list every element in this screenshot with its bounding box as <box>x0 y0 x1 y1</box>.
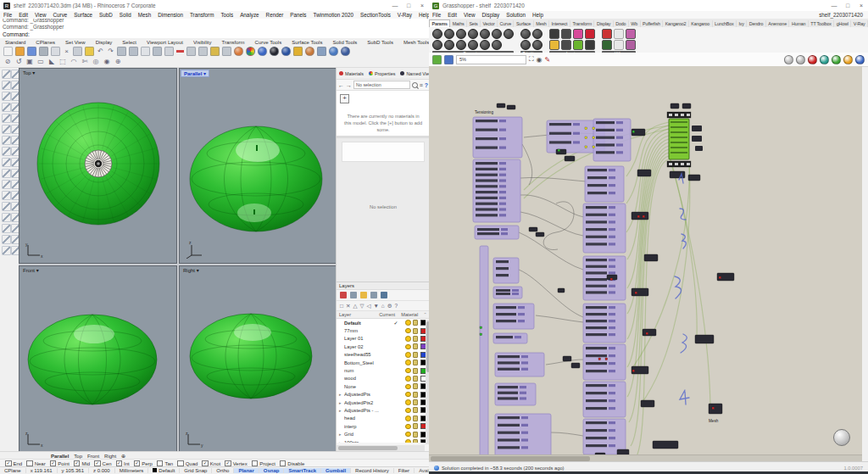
state-dot[interactable] <box>643 215 645 218</box>
toolbar-icon[interactable] <box>317 47 326 56</box>
toolbar-tab[interactable]: Select <box>117 39 142 46</box>
component[interactable] <box>596 137 615 139</box>
panel-tab-properties[interactable]: Properties <box>366 71 398 76</box>
gh-tab-lunchbox[interactable]: LunchBox <box>713 20 737 27</box>
layer-row[interactable]: steelhead55 <box>337 351 430 359</box>
component-icon[interactable] <box>602 29 612 39</box>
component[interactable] <box>586 228 607 231</box>
component[interactable] <box>586 399 607 402</box>
component[interactable] <box>499 120 506 122</box>
component[interactable] <box>496 274 509 276</box>
save-file-icon[interactable] <box>444 55 453 64</box>
component[interactable] <box>609 362 615 365</box>
layers-tool-icon[interactable]: △ <box>353 303 357 309</box>
layer-lock-icon[interactable] <box>413 343 419 349</box>
layer-visibility-bulb-icon[interactable] <box>405 392 411 398</box>
component[interactable] <box>499 129 506 131</box>
wire[interactable] <box>520 195 585 217</box>
component[interactable] <box>586 429 607 432</box>
panel-tab-materials[interactable]: Materials <box>337 71 366 76</box>
gh-tab-ghowl[interactable]: gHowl <box>834 20 851 27</box>
menu-item[interactable]: Help <box>529 11 547 19</box>
layer-row[interactable]: 77mm <box>337 326 430 334</box>
state-dot[interactable] <box>598 358 601 360</box>
state-dot[interactable] <box>480 326 482 329</box>
display-toggle-icon[interactable] <box>784 55 793 64</box>
toolbar-icon[interactable]: ✄ <box>81 58 89 66</box>
component[interactable] <box>586 285 607 287</box>
component-icon[interactable] <box>492 40 502 50</box>
state-dot[interactable] <box>585 127 587 130</box>
toolbar-icon[interactable] <box>246 47 255 56</box>
component-icon[interactable] <box>549 29 559 39</box>
toolbar-icon[interactable]: ⊘ <box>3 58 12 66</box>
menu-item[interactable]: Tools <box>217 11 236 19</box>
layer-visibility-bulb-icon[interactable] <box>405 336 411 342</box>
component[interactable] <box>549 141 571 143</box>
list-row[interactable] <box>670 131 687 133</box>
state-dot[interactable] <box>593 146 595 148</box>
component-icon[interactable] <box>561 29 571 39</box>
tool-icon[interactable] <box>2 224 11 233</box>
component-icon[interactable] <box>504 29 514 39</box>
layer-current-check[interactable]: ✓ <box>387 320 405 326</box>
component[interactable] <box>586 236 607 238</box>
gh-canvas[interactable]: TensioningMesh <box>429 66 862 454</box>
layer-row[interactable]: ▸Grid <box>337 430 430 438</box>
component[interactable] <box>498 446 520 449</box>
component[interactable] <box>586 421 607 424</box>
menu-item[interactable]: Solid <box>116 11 135 19</box>
layer-row[interactable]: ▸100pts <box>337 438 430 443</box>
forward-arrow-icon[interactable]: → <box>346 82 352 88</box>
component[interactable] <box>498 432 520 434</box>
component[interactable] <box>499 208 506 210</box>
component[interactable] <box>616 151 623 153</box>
component[interactable] <box>670 103 679 109</box>
maximize-button[interactable]: □ <box>402 0 415 11</box>
list-row[interactable] <box>670 126 687 128</box>
gh-tab-pufferfish[interactable]: Pufferfish <box>641 20 664 27</box>
search-icon[interactable] <box>412 82 418 88</box>
component-icon[interactable] <box>614 29 624 39</box>
focus-icon[interactable]: ⛶ <box>529 55 534 64</box>
component[interactable] <box>498 392 518 394</box>
gh-tab-surface[interactable]: Surface <box>514 20 533 27</box>
viewport-right[interactable]: Right ▾ zy <box>179 265 337 453</box>
node-group[interactable] <box>593 119 631 161</box>
component[interactable] <box>476 214 498 216</box>
component-icon[interactable] <box>585 40 595 50</box>
cap-tick[interactable] <box>681 114 684 116</box>
component[interactable] <box>609 313 615 315</box>
component[interactable] <box>499 191 506 193</box>
component[interactable] <box>586 278 607 281</box>
component[interactable] <box>616 143 623 146</box>
gh-tab-vector[interactable]: Vector <box>481 20 498 27</box>
menu-item[interactable]: Edit <box>15 11 31 19</box>
layers-tool-icon[interactable]: ✕ <box>346 303 350 309</box>
layer-row[interactable]: num <box>337 366 430 374</box>
component[interactable] <box>501 232 508 235</box>
list-row[interactable] <box>670 147 687 148</box>
gh-tab-dendro[interactable]: Dendro <box>747 20 765 27</box>
list-row[interactable] <box>670 142 687 143</box>
component[interactable] <box>695 146 703 151</box>
tool-icon[interactable] <box>2 70 11 79</box>
component-icon[interactable] <box>432 40 442 50</box>
viewport-top[interactable]: Top ▾ yx <box>19 68 177 264</box>
toolbar-tab[interactable]: SubD Tools <box>362 39 398 46</box>
component[interactable] <box>518 313 525 315</box>
toolbar-icon[interactable]: ↶ <box>97 47 104 55</box>
gh-tab-v-ray[interactable]: V-Ray <box>851 20 868 27</box>
component[interactable] <box>616 137 623 139</box>
component[interactable] <box>609 271 615 274</box>
component[interactable] <box>476 120 498 122</box>
state-dot[interactable] <box>558 149 560 152</box>
toolbar-icon[interactable]: ◎ <box>92 58 100 66</box>
component[interactable] <box>476 129 498 131</box>
maximize-button[interactable]: □ <box>841 0 854 11</box>
component[interactable] <box>587 169 607 171</box>
layer-row[interactable]: head <box>337 415 430 422</box>
gh-tab-transform[interactable]: Transform <box>570 20 595 27</box>
preview-eye-icon[interactable]: ◉ <box>537 56 542 64</box>
state-dot[interactable] <box>585 146 587 148</box>
